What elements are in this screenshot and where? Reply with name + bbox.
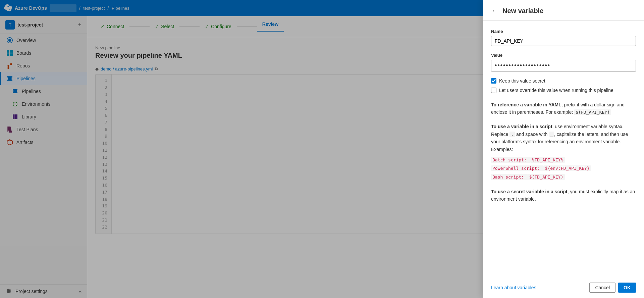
- bash-script-line: Bash script: $(FD_API_KEY): [491, 173, 636, 181]
- powershell-script-line: PowerShell script: ${env:FD_API_KEY}: [491, 164, 636, 172]
- ok-button[interactable]: OK: [618, 283, 636, 293]
- override-checkbox[interactable]: [491, 88, 496, 93]
- modal-back-button[interactable]: ←: [491, 7, 498, 15]
- cancel-button[interactable]: Cancel: [589, 283, 615, 293]
- name-form-group: Name: [491, 29, 636, 46]
- script-info-code1: .: [509, 132, 515, 137]
- script-info-text2: and space with: [515, 132, 549, 137]
- bash-code: $(FD_API_KEY): [528, 174, 565, 180]
- modal-overlay: ← New variable Name Value Keep this valu…: [0, 0, 644, 298]
- yaml-info-code: $(FD_API_KEY): [574, 109, 611, 115]
- override-label: Let users override this value when runni…: [499, 88, 613, 93]
- yaml-info-title: To reference a variable in YAML: [491, 102, 561, 107]
- modal-header: ← New variable: [483, 0, 644, 21]
- yaml-reference-info: To reference a variable in YAML, prefix …: [491, 101, 636, 116]
- learn-variables-link[interactable]: Learn about variables: [491, 285, 536, 290]
- batch-label: Batch script:: [491, 157, 531, 163]
- powershell-code: ${env:FD_API_KEY}: [544, 165, 591, 171]
- new-variable-modal: ← New variable Name Value Keep this valu…: [483, 0, 644, 298]
- modal-body: Name Value Keep this value secret Let us…: [483, 21, 644, 277]
- modal-title: New variable: [502, 7, 543, 15]
- script-info-code2: _: [549, 132, 554, 137]
- info-section: To reference a variable in YAML, prefix …: [491, 101, 636, 203]
- secret-info-title: To use a secret variable in a script: [491, 189, 568, 194]
- script-variable-info: To use a variable in a script, use envir…: [491, 123, 636, 181]
- powershell-label: PowerShell script:: [491, 165, 544, 171]
- script-info-title: To use a variable in a script: [491, 124, 552, 129]
- keep-secret-label: Keep this value secret: [499, 78, 545, 84]
- value-form-group: Value: [491, 53, 636, 71]
- bash-label: Bash script:: [491, 174, 528, 180]
- batch-script-line: Batch script: %FD_API_KEY%: [491, 156, 636, 164]
- script-examples: Batch script: %FD_API_KEY% PowerShell sc…: [491, 156, 636, 181]
- variable-name-input[interactable]: [491, 36, 636, 46]
- name-label: Name: [491, 29, 636, 34]
- value-label: Value: [491, 53, 636, 58]
- override-row[interactable]: Let users override this value when runni…: [491, 88, 636, 93]
- keep-secret-checkbox[interactable]: [491, 78, 496, 84]
- variable-value-input[interactable]: [491, 60, 636, 71]
- batch-code: %FD_API_KEY%: [531, 157, 565, 163]
- secret-script-info: To use a secret variable in a script, yo…: [491, 188, 636, 203]
- modal-footer: Learn about variables Cancel OK: [483, 277, 644, 298]
- keep-secret-row[interactable]: Keep this value secret: [491, 78, 636, 84]
- modal-buttons: Cancel OK: [589, 283, 636, 293]
